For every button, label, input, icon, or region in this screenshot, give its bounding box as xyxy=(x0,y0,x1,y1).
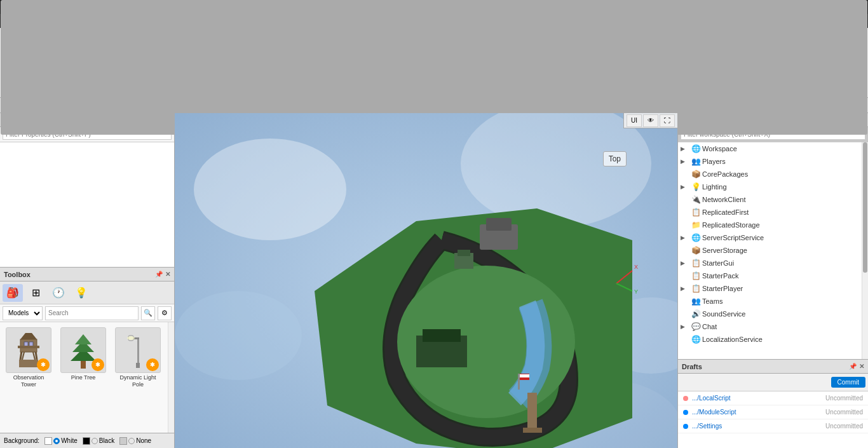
tree-soundservice[interactable]: ▶ 🔊 SoundService xyxy=(678,308,862,320)
explorer-tree: ▶ 🌐 Workspace ▶ 👥 Players ▶ 📦 CorePackag… xyxy=(678,142,862,359)
draft-settings[interactable]: .../Settings Uncommitted xyxy=(678,419,868,433)
replicatedfirst-icon: 📋 xyxy=(691,207,701,217)
explorer-scroll-thumb xyxy=(863,142,867,273)
tree-serverscriptservice[interactable]: ▶ 🌐 ServerScriptService xyxy=(678,231,862,244)
localization-icon: 🌐 xyxy=(691,334,701,344)
properties-content xyxy=(0,142,174,267)
main-area: Properties 📌 ✕ Toolbox 📌 ✕ 🎒 xyxy=(0,113,868,448)
right-panel: Explorer 📌 ✕ ▶ 🌐 Workspace ▶ xyxy=(677,113,868,448)
viewport[interactable]: X Y Top UI 👁 ⛶ xyxy=(175,113,677,448)
starterpack-icon: 📋 xyxy=(691,271,701,281)
svg-rect-33 xyxy=(518,374,520,390)
startergui-arrow: ▶ xyxy=(681,260,689,266)
svg-rect-32 xyxy=(523,428,542,433)
obs-tower-badge: ✱ xyxy=(37,358,50,371)
svg-point-18 xyxy=(127,336,135,340)
draft-localscript-status: Uncommitted xyxy=(825,395,863,402)
toolbox-grid-wrap: ✱ Observation Tower xyxy=(0,322,174,433)
drafts-controls: 📌 ✕ xyxy=(849,363,864,370)
toolbox-scrollbar[interactable] xyxy=(168,322,174,433)
draft-modulescript-dot xyxy=(683,410,688,415)
tree-players[interactable]: ▶ 👥 Players xyxy=(678,155,862,168)
drafts-panel: Drafts 📌 ✕ Commit .../LocalScript Uncomm… xyxy=(678,359,868,448)
svg-rect-37 xyxy=(458,250,470,256)
draft-modulescript[interactable]: .../ModuleScript Uncommitted xyxy=(678,405,868,419)
toolbox-item-obs-tower[interactable]: ✱ Observation Tower xyxy=(3,325,55,391)
toolbox-pin-icon[interactable]: 📌 xyxy=(155,271,163,278)
toolbox-title: Toolbox xyxy=(4,271,31,278)
toolbox-item-light-pole[interactable]: ✱ Dynamic Light Pole xyxy=(112,325,164,391)
corepackages-icon: 📦 xyxy=(691,169,701,179)
svg-rect-15 xyxy=(137,337,139,363)
black-swatch xyxy=(83,437,90,445)
commit-button[interactable]: Commit xyxy=(831,377,865,388)
tree-serverstorage[interactable]: ▶ 📦 ServerStorage xyxy=(678,244,862,257)
left-panel: Properties 📌 ✕ Toolbox 📌 ✕ 🎒 xyxy=(0,113,175,448)
tree-lighting[interactable]: ▶ 💡 Lighting xyxy=(678,180,862,193)
drafts-pin-icon[interactable]: 📌 xyxy=(849,363,857,370)
viewport-expand-button[interactable]: ⛶ xyxy=(660,114,675,127)
tree-networkclient[interactable]: ▶ 🔌 NetworkClient xyxy=(678,193,862,206)
tree-starterpack[interactable]: ▶ 📋 StarterPack xyxy=(678,269,862,282)
tree-corepackages[interactable]: ▶ 📦 CorePackages xyxy=(678,168,862,180)
draft-settings-status: Uncommitted xyxy=(825,423,863,430)
toolbox-header: Toolbox 📌 ✕ xyxy=(0,268,174,282)
startergui-icon: 📋 xyxy=(691,258,701,268)
light-pole-badge: ✱ xyxy=(146,358,159,371)
toolbox-search-input[interactable] xyxy=(45,306,139,320)
tree-replicatedfirst[interactable]: ▶ 📋 ReplicatedFirst xyxy=(678,206,862,219)
draft-modulescript-status: Uncommitted xyxy=(825,409,863,416)
tree-replicatedstorage[interactable]: ▶ 📁 ReplicatedStorage xyxy=(678,219,862,231)
svg-text:X: X xyxy=(634,264,638,270)
pine-tree-badge: ✱ xyxy=(92,358,104,371)
toolbox-tabs: 🎒 ⊞ 🕐 💡 xyxy=(0,282,174,304)
viewport-eye-button[interactable]: 👁 xyxy=(643,114,658,127)
drafts-list: .../LocalScript Uncommitted .../ModuleSc… xyxy=(678,391,868,448)
teams-icon: 👥 xyxy=(691,296,701,306)
toolbox-item-pine-tree[interactable]: ✱ Pine Tree xyxy=(57,325,109,391)
drafts-close-icon[interactable]: ✕ xyxy=(859,363,864,370)
explorer-tree-wrap: ▶ 🌐 Workspace ▶ 👥 Players ▶ 📦 CorePackag… xyxy=(678,142,868,359)
svg-rect-35 xyxy=(520,374,529,377)
toolbox-controls: 📌 ✕ xyxy=(155,271,170,278)
svg-rect-9 xyxy=(18,346,39,348)
none-swatch xyxy=(119,437,127,445)
draft-settings-name: .../Settings xyxy=(692,423,822,430)
light-pole-label: Dynamic Light Pole xyxy=(114,374,161,388)
toolbox-tab-inventory[interactable]: 🎒 xyxy=(3,284,23,302)
toolbox-tab-misc[interactable]: 💡 xyxy=(71,284,92,302)
players-icon: 👥 xyxy=(691,156,701,166)
toolbox-tab-recent[interactable]: 🕐 xyxy=(48,284,69,302)
toolbox-search-button[interactable]: 🔍 xyxy=(141,306,155,320)
toolbox-filter-button[interactable]: ⚙ xyxy=(158,306,172,320)
starterplayer-arrow: ▶ xyxy=(681,285,689,292)
explorer-scrollbar[interactable] xyxy=(862,142,868,359)
tree-chat[interactable]: ▶ 💬 Chat xyxy=(678,320,862,333)
toolbox-category-select[interactable]: Models Decals Audio Plugins xyxy=(3,306,43,320)
svg-rect-31 xyxy=(527,393,537,431)
tree-workspace[interactable]: ▶ 🌐 Workspace xyxy=(678,142,862,155)
svg-marker-6 xyxy=(20,333,37,339)
tree-starterplayer[interactable]: ▶ 📋 StarterPlayer xyxy=(678,282,862,295)
bg-none-option[interactable]: None xyxy=(119,437,151,445)
serverscriptservice-arrow: ▶ xyxy=(681,234,689,241)
draft-localscript-name: .../LocalScript xyxy=(692,395,822,402)
toolbox-tab-grid[interactable]: ⊞ xyxy=(25,284,46,302)
draft-localscript[interactable]: .../LocalScript Uncommitted xyxy=(678,391,868,405)
toolbox-grid: ✱ Observation Tower xyxy=(0,322,168,433)
bg-black-option[interactable]: Black xyxy=(83,437,114,445)
tree-localization[interactable]: ▶ 🌐 LocalizationService xyxy=(678,333,862,346)
viewport-ui-button[interactable]: UI xyxy=(627,114,642,127)
tree-startergui[interactable]: ▶ 📋 StarterGui xyxy=(678,257,862,269)
bg-white-option[interactable]: White xyxy=(44,437,78,445)
workspace-icon: 🌐 xyxy=(691,144,701,154)
starterplayer-icon: 📋 xyxy=(691,283,701,294)
svg-text:Y: Y xyxy=(634,288,638,295)
white-radio xyxy=(53,438,60,444)
svg-rect-14 xyxy=(136,363,140,368)
tree-teams[interactable]: ▶ 👥 Teams xyxy=(678,295,862,308)
svg-rect-0 xyxy=(19,360,38,367)
workspace-arrow: ▶ xyxy=(681,146,689,152)
toolbox-close-icon[interactable]: ✕ xyxy=(165,271,170,278)
toolbox-search-bar: Models Decals Audio Plugins 🔍 ⚙ xyxy=(0,304,174,322)
